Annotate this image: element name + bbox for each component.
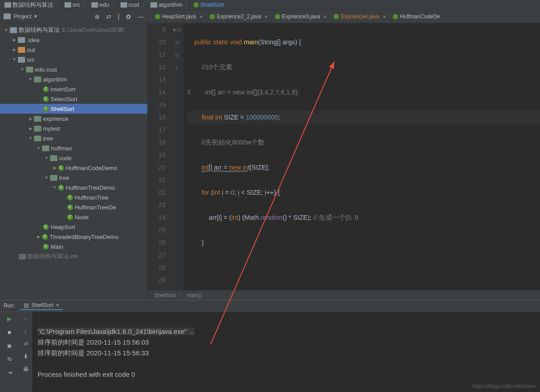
svg-line-0 <box>210 66 332 345</box>
annotation-arrow <box>0 0 540 392</box>
watermark: https://blog.csdn.net/xxxxx <box>472 383 536 389</box>
